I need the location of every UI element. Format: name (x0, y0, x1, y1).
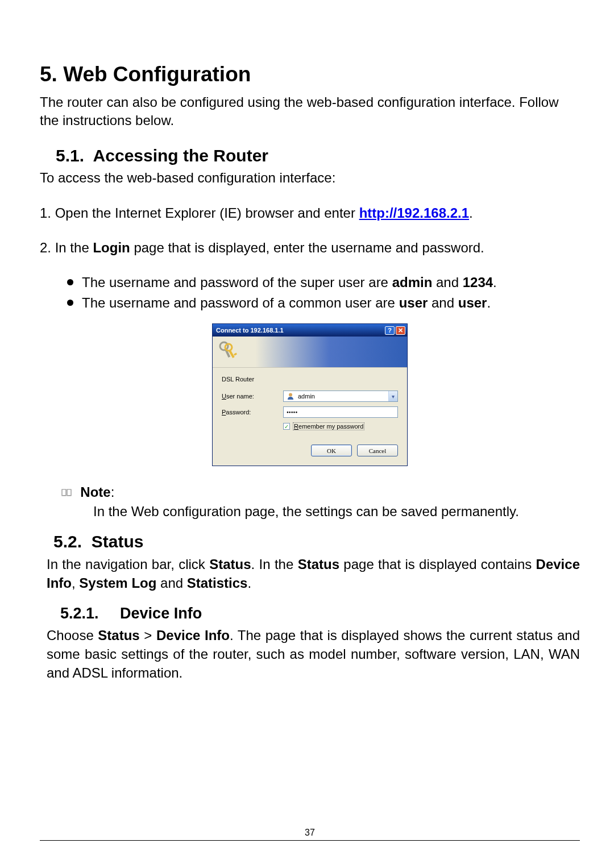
dialog-title: Connect to 192.168.1.1 (216, 327, 284, 334)
intro-paragraph: The router can also be configured using … (40, 93, 580, 130)
close-button[interactable]: ✕ (396, 326, 405, 335)
dialog-banner (213, 337, 407, 368)
list-item: The username and password of the super u… (63, 273, 580, 292)
book-icon (60, 484, 73, 502)
remember-label[interactable]: Remember my password (293, 422, 364, 430)
subsection-number: 5.2. (53, 532, 82, 551)
step-1: 1. Open the Internet Explorer (IE) brows… (40, 204, 580, 222)
dialog-figure: Connect to 192.168.1.1 ? ✕ DSL Rou (40, 323, 580, 466)
dialog-titlebar: Connect to 192.168.1.1 ? ✕ (213, 324, 407, 337)
page-footer: 37 (40, 828, 580, 841)
subsection-number: 5.1. (56, 146, 84, 165)
subsubsection-5-2-1: 5.2.1. Device Info (60, 605, 580, 622)
step-2: 2. In the Login page that is displayed, … (40, 239, 580, 257)
password-field[interactable]: ••••• (283, 406, 398, 418)
cancel-button[interactable]: Cancel (357, 445, 398, 456)
subsection-title: Accessing the Router (93, 146, 268, 165)
username-label: User name: (222, 393, 283, 400)
help-button[interactable]: ? (385, 326, 395, 335)
chevron-down-icon[interactable]: ▾ (388, 391, 397, 401)
page-number: 37 (40, 828, 580, 838)
realm-label: DSL Router (222, 376, 398, 383)
svg-point-0 (220, 342, 228, 350)
remember-checkbox[interactable]: ✓ (283, 423, 290, 430)
auth-dialog: Connect to 192.168.1.1 ? ✕ DSL Rou (212, 323, 408, 466)
status-paragraph: In the navigation bar, click Status. In … (47, 555, 580, 592)
user-icon (287, 392, 294, 400)
svg-point-5 (289, 393, 292, 397)
subsection-title: Status (92, 532, 144, 551)
password-label: Password: (222, 409, 283, 416)
keys-icon (216, 339, 239, 364)
footer-rule (40, 840, 580, 841)
section-heading: 5. Web Configuration (40, 63, 580, 86)
credential-bullets: The username and password of the super u… (63, 273, 580, 312)
svg-rect-4 (234, 353, 237, 356)
username-value: admin (298, 393, 315, 400)
ok-button[interactable]: OK (311, 445, 352, 456)
subsection-5-1: 5.1. Accessing the Router (56, 146, 580, 165)
list-item: The username and password of a common us… (63, 293, 580, 313)
note-block: Note: In the Web configuration page, the… (60, 483, 580, 521)
device-info-paragraph: Choose Status > Device Info. The page th… (47, 626, 580, 682)
access-intro: To access the web-based configuration in… (40, 169, 580, 187)
note-label: Note (80, 484, 110, 500)
router-url-link[interactable]: http://192.168.2.1 (359, 205, 469, 221)
note-text: In the Web configuration page, the setti… (93, 502, 580, 521)
username-field[interactable]: admin ▾ (283, 391, 398, 402)
subsection-5-2: 5.2. Status (53, 532, 580, 551)
password-mask: ••••• (287, 409, 297, 416)
step1-suffix: . (469, 205, 473, 221)
subsubsection-number: 5.2.1. (60, 605, 99, 622)
step1-text: 1. Open the Internet Explorer (IE) brows… (40, 205, 359, 221)
subsubsection-title: Device Info (120, 605, 202, 622)
